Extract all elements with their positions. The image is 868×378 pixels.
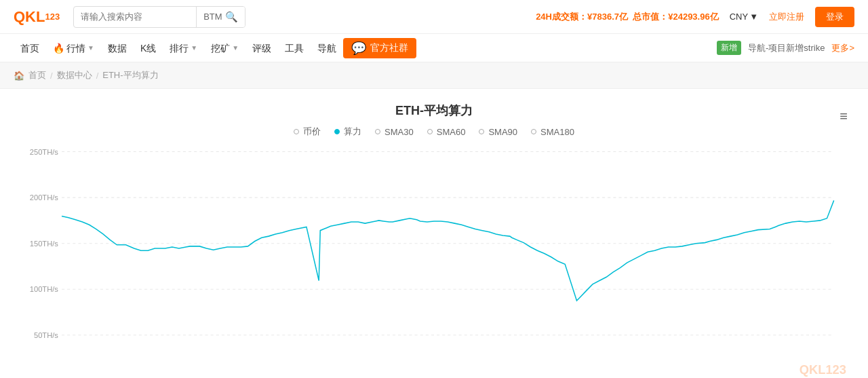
- legend-sma30[interactable]: SMA30: [375, 127, 414, 137]
- search-button[interactable]: BTM 🔍: [196, 7, 244, 27]
- logo-text: QKL: [14, 8, 45, 26]
- legend-coin-price[interactable]: 币价: [294, 126, 321, 138]
- legend-label-sma180: SMA180: [540, 127, 574, 137]
- search-term: BTM: [203, 12, 222, 22]
- svg-text:250TH/s: 250TH/s: [30, 148, 58, 156]
- breadcrumb: 🏠 首页 / 数据中心 / ETH-平均算力: [0, 62, 868, 89]
- legend-dot-sma30: [375, 129, 380, 134]
- watermark-text: QKL123: [800, 362, 846, 376]
- nav-item-kline[interactable]: K线: [134, 34, 163, 62]
- legend-label-sma30: SMA30: [384, 127, 414, 137]
- nav-item-market[interactable]: 🔥 行情 ▼: [46, 34, 101, 62]
- search-input[interactable]: [74, 12, 196, 22]
- chart-legend: 币价 算力 SMA30 SMA60 SMA90 SMA180: [20, 126, 848, 138]
- nav-item-rating[interactable]: 评级: [245, 34, 278, 62]
- chart-title: ETH-平均算力: [20, 102, 848, 119]
- chart-header: ETH-平均算力 ≡: [20, 102, 848, 119]
- login-button[interactable]: 登录: [815, 7, 854, 27]
- breadcrumb-home[interactable]: 首页: [28, 69, 46, 81]
- legend-dot-sma180: [531, 129, 536, 134]
- currency-value: CNY: [730, 12, 748, 22]
- volume-value: ¥7836.7亿: [587, 12, 628, 22]
- chart-menu-icon[interactable]: ≡: [840, 109, 848, 123]
- svg-text:200TH/s: 200TH/s: [30, 193, 58, 202]
- hashrate-line: [62, 200, 834, 301]
- legend-label-coin-price: 币价: [303, 126, 321, 138]
- new-badge: 新增: [717, 41, 741, 55]
- breadcrumb-sep-2: /: [96, 71, 99, 81]
- nav-item-data[interactable]: 数据: [101, 34, 134, 62]
- chart-area: .grid-line { stroke: #e8e8e8; stroke-wid…: [20, 145, 848, 378]
- nav-item-mining[interactable]: 挖矿 ▼: [204, 34, 245, 62]
- legend-dot-coin-price: [294, 129, 299, 134]
- legend-label-sma90: SMA90: [488, 127, 517, 137]
- currency-selector[interactable]: CNY ▼: [730, 12, 758, 22]
- legend-label-sma60: SMA60: [437, 127, 466, 137]
- search-box: BTM 🔍: [73, 6, 245, 28]
- official-label: 官方社群: [370, 42, 408, 54]
- nav-item-home[interactable]: 首页: [14, 34, 46, 62]
- currency-arrow-icon: ▼: [749, 12, 758, 22]
- main-chart-svg: .grid-line { stroke: #e8e8e8; stroke-wid…: [20, 145, 848, 378]
- fire-icon: 🔥: [53, 34, 64, 62]
- legend-label-hashrate: 算力: [344, 126, 361, 138]
- nav-right: 新增 导航-项目新增strike 更多>: [717, 41, 854, 55]
- chart-container: ETH-平均算力 ≡ 币价 算力 SMA30 SMA60 SMA90 SMA18…: [0, 89, 868, 378]
- nav-item-tools[interactable]: 工具: [278, 34, 311, 62]
- legend-sma90[interactable]: SMA90: [479, 127, 517, 137]
- mining-arrow-icon: ▼: [232, 34, 239, 62]
- legend-dot-sma90: [479, 129, 484, 134]
- legend-sma180[interactable]: SMA180: [531, 127, 574, 137]
- legend-dot-sma60: [427, 129, 433, 134]
- logo: QKL 123: [14, 8, 60, 26]
- logo-sub: 123: [45, 12, 60, 22]
- nav-item-rank[interactable]: 排行 ▼: [163, 34, 204, 62]
- breadcrumb-home-icon: 🏠: [14, 71, 24, 81]
- search-icon: 🔍: [225, 11, 238, 23]
- legend-sma60[interactable]: SMA60: [427, 127, 466, 137]
- rank-arrow-icon: ▼: [191, 34, 197, 62]
- breadcrumb-data-center[interactable]: 数据中心: [57, 69, 92, 81]
- legend-dot-hashrate: [334, 129, 340, 134]
- market-arrow-icon: ▼: [87, 34, 94, 62]
- register-link[interactable]: 立即注册: [769, 11, 804, 23]
- header: QKL 123 BTM 🔍 24H成交额：¥7836.7亿 总市值：¥24293…: [0, 0, 868, 34]
- svg-text:100TH/s: 100TH/s: [30, 285, 58, 293]
- chat-icon: 💬: [351, 41, 366, 56]
- svg-text:50TH/s: 50TH/s: [34, 331, 58, 339]
- header-right: 24H成交额：¥7836.7亿 总市值：¥24293.96亿 CNY ▼ 立即注…: [536, 7, 854, 27]
- market-value: ¥24293.96亿: [668, 12, 718, 22]
- nav-more[interactable]: 更多>: [831, 42, 854, 54]
- official-community-button[interactable]: 💬 官方社群: [343, 38, 416, 58]
- svg-text:150TH/s: 150TH/s: [30, 240, 58, 248]
- market-label: 总市值：: [633, 12, 668, 22]
- nav: 首页 🔥 行情 ▼ 数据 K线 排行 ▼ 挖矿 ▼ 评级 工具 导航 💬 官方社…: [0, 34, 868, 62]
- breadcrumb-sep-1: /: [50, 71, 53, 81]
- legend-hashrate[interactable]: 算力: [334, 126, 361, 138]
- volume-label: 24H成交额：: [536, 12, 587, 22]
- nav-item-nav[interactable]: 导航: [311, 34, 343, 62]
- nav-notice: 导航-项目新增strike: [748, 42, 825, 54]
- breadcrumb-current: ETH-平均算力: [102, 69, 158, 81]
- volume-stat: 24H成交额：¥7836.7亿 总市值：¥24293.96亿: [536, 11, 719, 23]
